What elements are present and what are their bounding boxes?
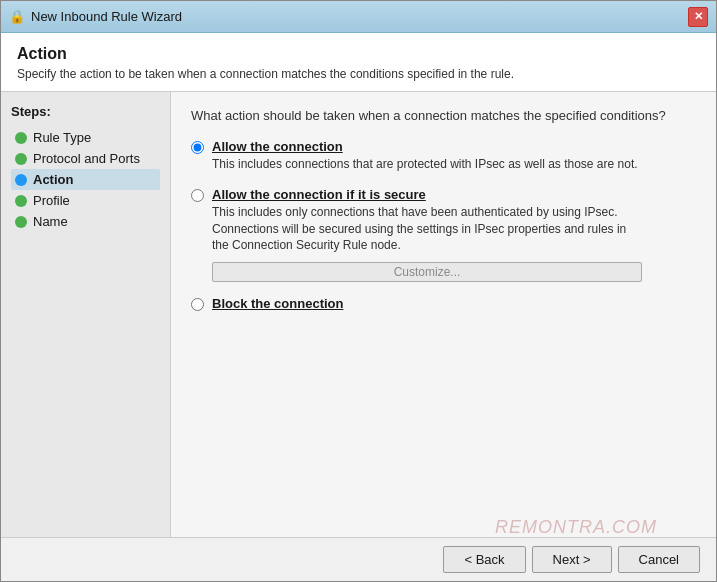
window-icon: 🔒 <box>9 9 25 25</box>
window: 🔒 New Inbound Rule Wizard ✕ Action Speci… <box>0 0 717 582</box>
sidebar-item-label: Profile <box>33 193 70 208</box>
option-allow-secure-label[interactable]: Allow the connection if it is secure <box>212 187 642 202</box>
option-block-label[interactable]: Block the connection <box>212 296 343 311</box>
close-button[interactable]: ✕ <box>688 7 708 27</box>
option-allow-secure-desc: This includes only connections that have… <box>212 204 642 254</box>
header-area: Action Specify the action to be taken wh… <box>1 33 716 92</box>
sidebar-item-label: Protocol and Ports <box>33 151 140 166</box>
page-description: Specify the action to be taken when a co… <box>17 67 700 81</box>
cancel-button[interactable]: Cancel <box>618 546 700 573</box>
page-title: Action <box>17 45 700 63</box>
back-button[interactable]: < Back <box>443 546 525 573</box>
option-allow-desc: This includes connections that are prote… <box>212 156 638 173</box>
customize-button[interactable]: Customize... <box>212 262 642 282</box>
sidebar-item-action[interactable]: Action <box>11 169 160 190</box>
main-panel: What action should be taken when a conne… <box>171 92 716 537</box>
step-indicator-name <box>15 216 27 228</box>
sidebar: Steps: Rule Type Protocol and Ports Acti… <box>1 92 171 537</box>
title-bar: 🔒 New Inbound Rule Wizard ✕ <box>1 1 716 33</box>
step-indicator-protocol-ports <box>15 153 27 165</box>
option-allow: Allow the connection This includes conne… <box>191 139 696 173</box>
title-bar-left: 🔒 New Inbound Rule Wizard <box>9 9 182 25</box>
next-button[interactable]: Next > <box>532 546 612 573</box>
option-block-content: Block the connection <box>212 296 343 311</box>
option-allow-secure: Allow the connection if it is secure Thi… <box>191 187 696 282</box>
window-title: New Inbound Rule Wizard <box>31 9 182 24</box>
sidebar-item-label: Name <box>33 214 68 229</box>
content-area: Steps: Rule Type Protocol and Ports Acti… <box>1 92 716 537</box>
sidebar-item-rule-type[interactable]: Rule Type <box>11 127 160 148</box>
question-text: What action should be taken when a conne… <box>191 108 696 123</box>
sidebar-item-protocol-ports[interactable]: Protocol and Ports <box>11 148 160 169</box>
sidebar-item-name[interactable]: Name <box>11 211 160 232</box>
option-allow-content: Allow the connection This includes conne… <box>212 139 638 173</box>
radio-allow-secure[interactable] <box>191 189 204 202</box>
radio-allow[interactable] <box>191 141 204 154</box>
step-indicator-rule-type <box>15 132 27 144</box>
option-block: Block the connection <box>191 296 696 311</box>
option-allow-label[interactable]: Allow the connection <box>212 139 638 154</box>
radio-block[interactable] <box>191 298 204 311</box>
sidebar-item-label: Action <box>33 172 73 187</box>
step-indicator-profile <box>15 195 27 207</box>
steps-label: Steps: <box>11 104 160 119</box>
footer: < Back Next > Cancel <box>1 537 716 581</box>
sidebar-item-label: Rule Type <box>33 130 91 145</box>
option-allow-secure-content: Allow the connection if it is secure Thi… <box>212 187 642 282</box>
step-indicator-action <box>15 174 27 186</box>
sidebar-item-profile[interactable]: Profile <box>11 190 160 211</box>
